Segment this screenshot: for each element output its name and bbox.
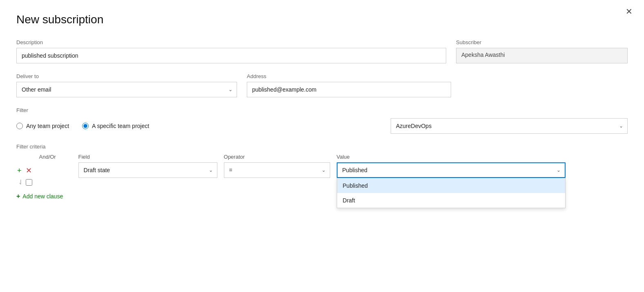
- radio-specific-label: A specific team project: [92, 123, 149, 129]
- delete-row-button[interactable]: ✕: [25, 165, 33, 176]
- deliver-to-select-wrapper[interactable]: Other email Default email ⌄: [16, 82, 237, 97]
- filter-label: Filter: [16, 107, 628, 113]
- value-column: Value Published Draft ⌄ Published Draft: [337, 154, 566, 178]
- filter-add-delete-row: + ✕: [16, 165, 33, 176]
- and-or-empty: [39, 162, 72, 178]
- add-row-button[interactable]: +: [16, 166, 22, 176]
- operator-select-wrapper[interactable]: = != > < ⌄: [224, 162, 330, 178]
- operator-select[interactable]: = != > <: [224, 163, 330, 177]
- radio-any-label: Any team project: [26, 123, 69, 129]
- description-label: Description: [16, 39, 446, 45]
- and-or-header: And/Or: [39, 154, 72, 160]
- filter-icon-buttons: + ✕ ⇃: [16, 165, 33, 186]
- description-field-group: Description: [16, 39, 446, 63]
- filter-section: Filter Any team project A specific team …: [16, 107, 628, 134]
- value-dropdown-draft[interactable]: Draft: [337, 193, 565, 208]
- and-or-checkbox[interactable]: [26, 179, 32, 186]
- address-input[interactable]: [247, 82, 451, 97]
- value-header: Value: [337, 154, 566, 160]
- value-dropdown-menu: Published Draft: [337, 178, 566, 208]
- field-column: Field Draft state Title State Area Path …: [78, 154, 217, 178]
- add-clause-icon: +: [16, 193, 20, 200]
- filter-actions-area: + ✕ ⇃: [16, 154, 33, 186]
- radio-any-team-project[interactable]: Any team project: [16, 123, 69, 129]
- address-label: Address: [247, 73, 451, 79]
- filter-actions-spacer: [16, 154, 33, 163]
- description-input[interactable]: [16, 48, 446, 63]
- radio-specific-team-project[interactable]: A specific team project: [82, 123, 149, 129]
- value-select[interactable]: Published Draft: [338, 163, 565, 177]
- and-or-column: And/Or: [39, 154, 72, 178]
- radio-specific-input[interactable]: [82, 123, 89, 129]
- and-or-icon: ⇃: [18, 178, 23, 186]
- address-field-group: Address: [247, 73, 451, 97]
- subscriber-field-group: Subscriber Apeksha Awasthi: [456, 39, 628, 63]
- filter-criteria-label: Filter criteria: [16, 144, 628, 150]
- deliver-to-select[interactable]: Other email Default email: [17, 82, 237, 97]
- filter-criteria-row: + ✕ ⇃ And/Or Field D: [16, 154, 628, 186]
- add-new-clause-button[interactable]: + Add new clause: [16, 193, 63, 200]
- value-dropdown-published[interactable]: Published: [337, 178, 565, 193]
- operator-column: Operator = != > < ⌄: [224, 154, 330, 178]
- and-or-area: ⇃: [18, 178, 33, 186]
- new-subscription-dialog: ✕ New subscription Description Subscribe…: [0, 0, 644, 292]
- radio-any-input[interactable]: [16, 123, 23, 129]
- project-select[interactable]: AzureDevOps Project Alpha Project Beta: [391, 119, 627, 133]
- operator-header: Operator: [224, 154, 330, 160]
- add-clause-label: Add new clause: [22, 193, 63, 200]
- deliver-to-label: Deliver to: [16, 73, 237, 79]
- field-select[interactable]: Draft state Title State Area Path: [79, 163, 217, 177]
- filter-radio-row: Any team project A specific team project…: [16, 118, 628, 134]
- close-button[interactable]: ✕: [626, 7, 633, 16]
- deliver-to-field-group: Deliver to Other email Default email ⌄: [16, 73, 237, 97]
- field-select-wrapper[interactable]: Draft state Title State Area Path ⌄: [78, 162, 217, 178]
- project-select-group: AzureDevOps Project Alpha Project Beta ⌄: [391, 118, 628, 134]
- field-header: Field: [78, 154, 217, 160]
- subscriber-value: Apeksha Awasthi: [456, 48, 628, 63]
- dialog-title: New subscription: [16, 13, 628, 26]
- filter-criteria-section: Filter criteria + ✕ ⇃ And/Or: [16, 144, 628, 200]
- value-select-wrapper[interactable]: Published Draft ⌄: [337, 162, 566, 178]
- subscriber-label: Subscriber: [456, 39, 628, 45]
- project-select-wrapper[interactable]: AzureDevOps Project Alpha Project Beta ⌄: [391, 118, 628, 134]
